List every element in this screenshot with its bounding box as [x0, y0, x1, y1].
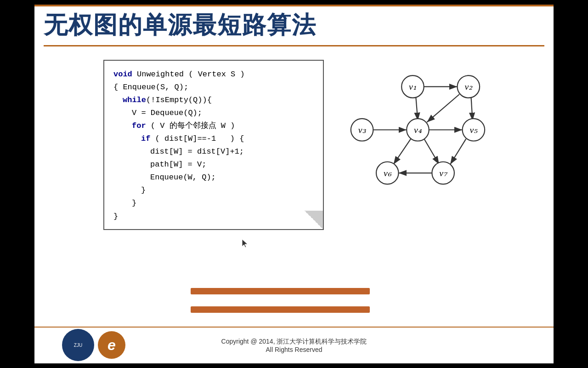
code-line-12: }	[113, 210, 314, 223]
code-line-2: { Enqueue(S, Q);	[113, 81, 314, 94]
code-line-11: }	[113, 197, 314, 210]
node-v5-label: v₅	[469, 125, 478, 135]
logo-e-symbol: e	[107, 337, 116, 354]
page-title: 无权图的单源最短路算法	[44, 9, 544, 41]
code-line-7: dist[W] = dist[V]+1;	[113, 145, 314, 158]
top-border-decoration	[34, 5, 554, 6]
graph-area: v₁ v₂ v₃ v₄ v₅ v₆ v₇	[347, 64, 521, 202]
edge-v5-v7	[450, 139, 466, 164]
code-content: void Unweighted ( Vertex S ) { Enqueue(S…	[113, 68, 314, 223]
code-block: void Unweighted ( Vertex S ) { Enqueue(S…	[103, 60, 324, 230]
footer-text-area: Copyright @ 2014, 浙江大学计算机科学与技术学院 All Rig…	[221, 338, 367, 353]
university-logo: ZJU	[62, 329, 94, 361]
code-line-1: void Unweighted ( Vertex S )	[113, 68, 314, 81]
code-line-9: Enqueue(W, Q);	[113, 171, 314, 184]
node-v1-label: v₁	[409, 81, 417, 92]
node-v6-label: v₆	[384, 168, 392, 178]
node-v7-label: v₇	[439, 168, 448, 178]
code-line-4: V = Dequeue(Q);	[113, 107, 314, 120]
copyright-text: Copyright @ 2014, 浙江大学计算机科学与技术学院	[221, 338, 367, 346]
node-v4-label: v₄	[414, 125, 422, 135]
code-line-5: for ( V 的每个邻接点 W )	[113, 120, 314, 132]
code-line-3: while(!IsEmpty(Q)){	[113, 94, 314, 107]
footer: ZJU e Copyright @ 2014, 浙江大学计算机科学与技术学院 A…	[34, 327, 554, 363]
progress-bar-2	[191, 306, 370, 313]
footer-logo: ZJU e	[62, 329, 125, 361]
edge-v2-v4	[427, 94, 459, 122]
title-area: 无权图的单源最短路算法	[44, 9, 544, 46]
edge-v1-v4	[416, 96, 418, 121]
edge-v2-v5	[471, 96, 472, 121]
logo-e-icon: e	[98, 331, 125, 359]
progress-bar-1	[191, 288, 370, 294]
node-v3-label: v₃	[358, 125, 367, 135]
edge-v4-v7	[424, 138, 439, 164]
edge-v4-v6	[394, 138, 412, 164]
slide: 无权图的单源最短路算法 void Unweighted ( Vertex S )…	[34, 5, 554, 363]
code-line-10: }	[113, 184, 314, 197]
mouse-cursor	[241, 238, 247, 247]
code-line-6: if ( dist[W]==-1 ) {	[113, 132, 314, 145]
logo-text: ZJU	[74, 343, 82, 348]
rights-text: All Rights Reserved	[221, 346, 367, 353]
graph-svg: v₁ v₂ v₃ v₄ v₅ v₆ v₇	[347, 64, 494, 198]
code-line-8: path[W] = V;	[113, 158, 314, 171]
node-v2-label: v₂	[464, 81, 473, 92]
